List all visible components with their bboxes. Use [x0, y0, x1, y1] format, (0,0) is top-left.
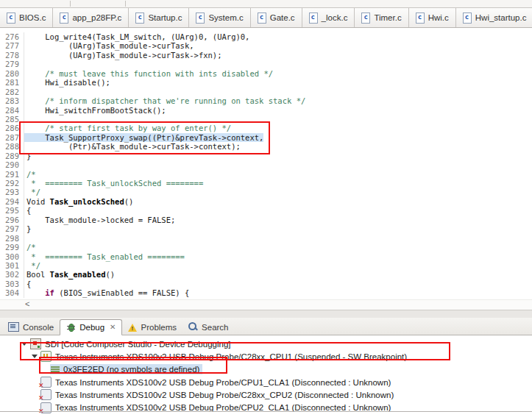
code-text: */ — [24, 188, 40, 196]
line-number: 303 — [0, 280, 24, 288]
code-line[interactable]: 292 * ======== Task_unlockSched ======== — [0, 179, 532, 188]
panel-tab-problems[interactable]: Problems — [122, 321, 182, 335]
toolbar-remnant-strip — [0, 0, 532, 8]
tree-row[interactable]: Texas Instruments XDS100v2 USB Debug Pro… — [0, 376, 532, 388]
code-line[interactable]: 302Bool Task_enabled() — [0, 270, 532, 279]
code-text: /* inform dispatcher that we're running … — [24, 96, 305, 105]
editor-tab-startup-c[interactable]: Startup.c — [129, 8, 189, 27]
code-text — [24, 88, 26, 96]
code-line[interactable]: 296 Task_module->locked = FALSE; — [0, 216, 532, 224]
stack-frame-icon — [51, 366, 60, 374]
panel-tab-label: Search — [202, 323, 228, 332]
code-line[interactable]: 279 — [0, 60, 532, 68]
editor-tab-timer-c[interactable]: Timer.c — [355, 8, 408, 27]
editor-tab-bios-c[interactable]: BIOS.c — [0, 8, 53, 27]
tree-item-label: Texas Instruments XDS100v2 USB Debug Pro… — [55, 378, 391, 387]
sdi-session-icon — [30, 338, 41, 349]
code-text — [24, 115, 26, 124]
code-text: /* — [24, 243, 36, 252]
expand-arrow-icon[interactable] — [19, 338, 29, 350]
code-editor: 276 Log_write4(Task_LM_switch, (UArg)0, … — [0, 28, 532, 310]
editor-tab-app-p28fp-c[interactable]: app_p28FP.c — [53, 8, 129, 27]
code-text: Void Task_unlockSched() — [24, 197, 133, 206]
cpu-disconnected-icon — [40, 377, 52, 388]
tree-item: Texas Instruments XDS100v2 USB Debug Pro… — [40, 402, 394, 414]
code-text — [24, 160, 26, 169]
editor-tab-gate-c[interactable]: Gate.c — [251, 8, 302, 27]
code-line[interactable]: 303{ — [0, 280, 532, 288]
c-file-icon — [309, 13, 318, 24]
code-text: Task_module->locked = FALSE; — [24, 216, 175, 224]
close-icon[interactable] — [110, 323, 116, 331]
tree-item-label: SDI [Code Composer Studio - Device Debug… — [45, 340, 231, 349]
horizontal-scrollbar[interactable] — [0, 299, 532, 310]
code-line[interactable]: 290 — [0, 160, 532, 169]
tree-item: Texas Instruments XDS100v2 USB Debug Pro… — [40, 376, 394, 388]
code-line[interactable]: 298 — [0, 234, 532, 243]
editor-tab--lock-c[interactable]: _lock.c — [302, 8, 355, 27]
tree-row[interactable]: Texas Instruments XDS100v2 USB Debug Pro… — [0, 350, 532, 363]
tree-item: Texas Instruments XDS100v2 USB Debug Pro… — [40, 350, 410, 363]
code-line[interactable]: 297} — [0, 224, 532, 233]
problems-icon — [128, 324, 137, 332]
editor-tab-system-c[interactable]: System.c — [189, 8, 250, 27]
code-line[interactable]: 280 /* must leave this function with int… — [0, 69, 532, 78]
line-number: 294 — [0, 197, 24, 206]
editor-tab-label: Gate.c — [270, 13, 295, 22]
arrow-spacer — [40, 363, 50, 376]
line-number: 300 — [0, 252, 24, 261]
line-number: 282 — [0, 88, 24, 96]
line-number: 287 — [0, 133, 24, 142]
code-line[interactable]: 276 Log_write4(Task_LM_switch, (UArg)0, … — [0, 32, 532, 41]
code-line[interactable]: 285 — [0, 115, 532, 124]
editor-tab-hwi-startup-c[interactable]: Hwi_startup.c — [456, 8, 532, 27]
code-line[interactable]: 300 * ======== Task_enabled ======== — [0, 252, 532, 261]
code-line[interactable]: 301 */ — [0, 261, 532, 270]
code-line[interactable]: 283 /* inform dispatcher that we're runn… — [0, 96, 532, 105]
panel-tab-bar: ConsoleDebugProblemsSearch — [0, 318, 532, 335]
code-line[interactable]: 288 (Ptr)&Task_module->curTask->context)… — [0, 142, 532, 151]
expand-arrow-icon[interactable] — [29, 350, 40, 363]
code-line[interactable]: 284 Hwi_switchFromBootStack(); — [0, 106, 532, 115]
editor-tab-label: Hwi_startup.c — [475, 13, 527, 22]
tree-row[interactable]: SDI [Code Composer Studio - Device Debug… — [0, 338, 532, 350]
panel-tab-console[interactable]: Console — [2, 320, 60, 335]
editor-tab-label: BIOS.c — [19, 13, 46, 22]
code-line[interactable]: 278 (UArg)Task_module->curTask->fxn); — [0, 51, 532, 60]
line-number: 280 — [0, 69, 24, 78]
code-line[interactable]: 277 (UArg)Task_module->curTask, — [0, 41, 532, 50]
code-line[interactable]: 294Void Task_unlockSched() — [0, 197, 532, 206]
code-line[interactable]: 299/* — [0, 243, 532, 252]
panel-tab-search[interactable]: Search — [182, 320, 234, 335]
code-text: Task_SupportProxy_swap((Ptr)&prevTask->c… — [24, 133, 263, 142]
toolbar-separator — [125, 1, 126, 7]
code-text: { — [24, 206, 31, 215]
editor-tab-label: Startup.c — [148, 13, 182, 22]
code-line[interactable]: 291/* — [0, 170, 532, 179]
code-line[interactable]: 281 Hwi_disable(); — [0, 78, 532, 87]
panel-tab-label: Debug — [79, 323, 104, 332]
code-text: * ======== Task_enabled ======== — [24, 252, 185, 261]
code-line[interactable]: 289} — [0, 152, 532, 160]
code-line[interactable]: 295{ — [0, 206, 532, 215]
line-number: 296 — [0, 216, 24, 224]
tree-row[interactable]: Texas Instruments XDS100v2 USB Debug Pro… — [0, 388, 532, 401]
panel-tab-label: Console — [23, 323, 54, 332]
line-number: 295 — [0, 206, 24, 215]
panel-bottom-border — [0, 411, 532, 412]
tree-row[interactable]: Texas Instruments XDS100v2 USB Debug Pro… — [0, 401, 532, 413]
code-line[interactable]: 282 — [0, 88, 532, 96]
code-line[interactable]: 304 if (BIOS_swiEnabled == FALSE) { — [0, 288, 532, 297]
editor-tab-hwi-c[interactable]: Hwi.c — [409, 8, 456, 27]
tree-row[interactable]: 0x3FE2ED (no symbols are defined) — [0, 363, 532, 376]
code-line[interactable]: 287 Task_SupportProxy_swap((Ptr)&prevTas… — [0, 133, 532, 142]
code-text: * ======== Task_unlockSched ======== — [24, 179, 203, 188]
code-line[interactable]: 286 /* start first task by way of enter(… — [0, 124, 532, 132]
editor-panel-sash[interactable] — [0, 310, 532, 318]
panel-tab-debug[interactable]: Debug — [60, 319, 122, 335]
scroll-left-arrow-icon[interactable] — [25, 299, 29, 309]
code-line[interactable]: 293 */ — [0, 188, 532, 196]
line-number: 291 — [0, 170, 24, 179]
code-text: } — [24, 224, 31, 233]
line-number: 286 — [0, 124, 24, 132]
